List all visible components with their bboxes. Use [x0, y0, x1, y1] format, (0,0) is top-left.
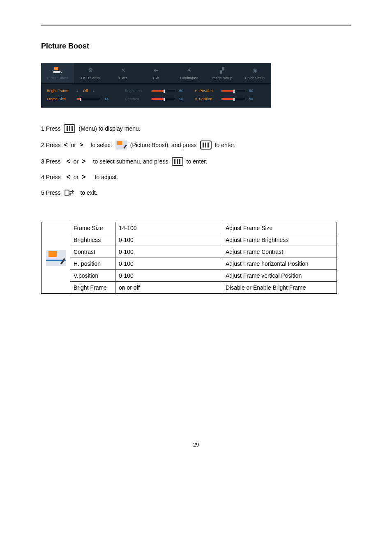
param-name: Frame Size — [70, 222, 115, 234]
picture-boost-icon — [46, 250, 66, 266]
greater-than-icon: > — [79, 141, 83, 149]
osd-tab-exit: ⇤ Exit — [140, 63, 173, 83]
param-range: 0-100 — [115, 258, 222, 270]
greater-than-icon: > — [82, 158, 85, 165]
menu-button-icon — [200, 140, 212, 150]
osd-tab-imagesetup: ▞ Image Setup — [205, 63, 238, 83]
osd-value: 50 — [249, 97, 259, 101]
triangle-left-icon: ◂ — [76, 89, 78, 93]
osd-slider — [221, 98, 246, 100]
osd-body: Bright Frame ◂ Off ▸ Frame Size 14 Brigh… — [41, 84, 271, 108]
sun-icon: ☀ — [187, 67, 192, 74]
param-desc: Adjust Frame Brightness — [222, 234, 337, 246]
param-range: 0-100 — [115, 270, 222, 282]
param-name: Brightness — [70, 234, 115, 246]
param-range: 0-100 — [115, 234, 222, 246]
osd-row-brightframe: Bright Frame ◂ Off ▸ — [47, 89, 125, 93]
image-icon: ▞ — [220, 67, 224, 74]
osd-panel: ‹ › PictureBoost ⚙ OSD Setup ✕ Extra ⇤ E… — [41, 63, 271, 108]
param-range: on or off — [115, 282, 222, 294]
osd-tab-pictureboost: ‹ › PictureBoost — [41, 63, 74, 83]
greater-than-icon: > — [82, 173, 85, 181]
step-text: (Menu) to display menu. — [78, 125, 140, 132]
osd-label: Bright Frame — [47, 89, 73, 93]
step-1: 1 Press (Menu) to display menu. — [41, 124, 351, 133]
osd-tab-luminance: ☀ Luminance — [173, 63, 205, 83]
step-text: or — [74, 158, 78, 165]
less-than-icon: < — [66, 158, 70, 165]
osd-value: Off — [81, 89, 90, 93]
osd-value: 50 — [249, 89, 259, 93]
step-text: 4 Press — [41, 174, 60, 180]
osd-row-contrast: Contrast 50 — [125, 97, 195, 101]
param-range: 14-100 — [115, 222, 222, 234]
osd-tab-extra: ✕ Extra — [107, 63, 140, 83]
step-text: 5 Press — [41, 189, 60, 196]
osd-tab-label: Image Setup — [207, 76, 237, 80]
menu-button-icon — [172, 157, 183, 166]
osd-row-brightness: Brightness 50 — [125, 89, 195, 93]
param-desc: Adjust Frame horizontal Position — [222, 258, 337, 270]
osd-tab-label: Extra — [108, 76, 138, 80]
table-row: Contrast 0-100 Adjust Frame Contrast — [42, 246, 337, 258]
osd-value: 50 — [179, 97, 189, 101]
osd-slider — [151, 90, 176, 92]
step-3: 3 Press < or > to select submenu, and pr… — [41, 157, 351, 166]
osd-row-framesize: Frame Size 14 — [47, 97, 125, 101]
triangle-right-icon: ▸ — [93, 89, 95, 93]
table-row: Brightness 0-100 Adjust Frame Brightness — [42, 234, 337, 246]
osd-label: H. Position — [195, 89, 218, 93]
step-text: 2 Press — [41, 142, 60, 148]
step-text: to adjust. — [95, 174, 118, 180]
step-4: 4 Press < or > to adjust. — [41, 173, 351, 181]
step-text: to select submenu, and press — [93, 158, 168, 165]
picture-boost-icon — [53, 67, 62, 74]
osd-tab-colorsetup: ◉ Color Setup — [238, 63, 271, 83]
osd-slider — [76, 98, 101, 100]
palette-icon: ◉ — [252, 67, 257, 74]
osd-value: 50 — [179, 89, 189, 93]
param-range: 0-100 — [115, 246, 222, 258]
svg-rect-0 — [65, 190, 69, 196]
param-name: Bright Frame — [70, 282, 115, 294]
gear-icon: ⚙ — [88, 67, 93, 74]
osd-row-vposition: V. Position 50 — [195, 97, 265, 101]
step-text: or — [74, 174, 78, 180]
tools-icon: ✕ — [121, 67, 126, 74]
picture-boost-icon — [115, 140, 127, 150]
less-than-icon: < — [66, 173, 70, 181]
menu-button-icon — [64, 124, 75, 133]
osd-tab-label: Color Setup — [240, 76, 270, 80]
osd-tab-osdsetup: ⚙ OSD Setup — [74, 63, 107, 83]
auto-exit-icon — [64, 188, 77, 197]
table-icon-cell — [42, 222, 70, 294]
section-title: Picture Boost — [41, 42, 351, 51]
step-text: (Picture Boost), and press — [130, 142, 197, 148]
less-than-icon: < — [64, 141, 67, 149]
osd-label: Contrast — [125, 97, 148, 101]
osd-value: 14 — [104, 97, 114, 101]
step-text: to exit. — [80, 189, 97, 196]
step-text: to select — [91, 142, 112, 148]
step-text: to enter. — [215, 142, 236, 148]
table-row: Frame Size 14-100 Adjust Frame Size — [42, 222, 337, 234]
table-row: Bright Frame on or off Disable or Enable… — [42, 282, 337, 294]
param-name: H. position — [70, 258, 115, 270]
param-desc: Adjust Frame Contrast — [222, 246, 337, 258]
osd-label: V. Position — [195, 97, 218, 101]
page-number: 29 — [41, 442, 351, 448]
exit-icon: ⇤ — [154, 67, 159, 74]
table-row: H. position 0-100 Adjust Frame horizonta… — [42, 258, 337, 270]
param-desc: Disable or Enable Bright Frame — [222, 282, 337, 294]
step-text: or — [71, 142, 76, 148]
osd-label: Brightness — [125, 89, 148, 93]
param-desc: Adjust Frame Size — [222, 222, 337, 234]
osd-slider — [151, 98, 176, 100]
osd-tabs: ‹ › PictureBoost ⚙ OSD Setup ✕ Extra ⇤ E… — [41, 63, 271, 84]
osd-label: Frame Size — [47, 97, 73, 101]
step-text: to enter. — [187, 158, 208, 165]
osd-row-hposition: H. Position 50 — [195, 89, 265, 93]
step-text: 1 Press — [41, 125, 60, 132]
osd-tab-label: Exit — [141, 76, 171, 80]
steps: 1 Press (Menu) to display menu. 2 Press … — [41, 124, 351, 197]
